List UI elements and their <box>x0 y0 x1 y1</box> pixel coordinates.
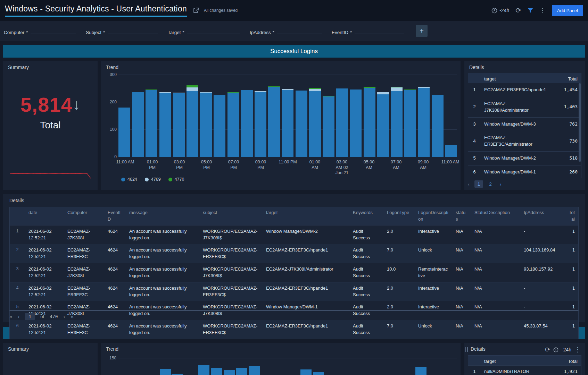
prev-page-icon[interactable]: ‹ <box>468 181 470 187</box>
page-button-2[interactable]: 2 <box>486 180 495 188</box>
legend-dot-icon <box>121 178 125 181</box>
refresh-icon[interactable]: ⟳ <box>515 7 521 14</box>
trend-bar[interactable] <box>198 365 209 375</box>
filter-input-eventid[interactable] <box>355 27 404 34</box>
table-row[interactable]: 2EC2AMAZ-J7K308I/Administrator1,403 <box>468 97 581 117</box>
table-row[interactable]: 6Window Manager/DWM-1260 <box>468 165 581 178</box>
filter-icon[interactable] <box>528 8 533 13</box>
trend-bar[interactable] <box>211 368 222 375</box>
legend-item-4770[interactable]: 4770 <box>168 177 184 182</box>
trend-bar[interactable] <box>159 92 171 157</box>
column-header-IpAddress[interactable]: IpAddress <box>520 207 565 225</box>
cell-subject: WORKGROUP/EC2AMAZ-ER3EF3C$ <box>199 282 263 301</box>
column-header-Total[interactable]: Total <box>565 207 578 225</box>
table-row[interactable]: 4EC2AMAZ-ER3EF3C/Administrator730 <box>468 131 581 151</box>
panel-time-range-label[interactable]: -24h <box>562 347 571 352</box>
trend-bar[interactable] <box>282 89 293 157</box>
table-row[interactable]: 3Window Manager/DWM-3762 <box>468 117 581 131</box>
trend-bar[interactable] <box>415 367 426 375</box>
next-page-icon[interactable]: › <box>500 181 502 187</box>
table-row[interactable]: 5Window Manager/DWM-2518 <box>468 151 581 165</box>
add-panel-button[interactable]: Add Panel <box>552 5 583 16</box>
successful-details-panel: Details target Total 1EC2AMAZ-ER3EF3C/np… <box>464 61 585 190</box>
table-row[interactable]: 62021-06-02 12:52:21EC2AMAZ-ER3EF3C4624A… <box>10 320 578 339</box>
filter-input-ipaddress[interactable] <box>277 27 322 34</box>
trend-bar[interactable] <box>173 93 185 157</box>
trend-bar[interactable] <box>118 108 130 157</box>
trend-bar[interactable] <box>445 145 457 157</box>
next-page-icon[interactable]: › <box>64 314 65 319</box>
trend-bar[interactable] <box>132 92 144 157</box>
first-page-icon[interactable]: « <box>9 314 12 319</box>
column-header-LogonDescription[interactable]: LogonDescription <box>415 207 452 225</box>
cell-LogonDescription: Interactive <box>415 282 452 301</box>
filter-input-computer[interactable] <box>31 27 76 34</box>
trend-bar[interactable] <box>236 368 247 375</box>
more-options-icon[interactable]: ⋮ <box>574 346 581 353</box>
trend-bar[interactable] <box>300 369 312 375</box>
trend-bar[interactable] <box>350 90 362 157</box>
trend-bar[interactable] <box>336 88 348 157</box>
trend-bar[interactable] <box>323 96 334 157</box>
trend-bar[interactable] <box>391 87 403 157</box>
column-header-total[interactable]: Total <box>554 73 581 85</box>
refresh-icon[interactable]: ⟳ <box>545 346 550 353</box>
column-header-subject[interactable]: subject <box>199 207 263 225</box>
trend-bar[interactable] <box>214 95 225 157</box>
table-row[interactable]: 42021-06-02 12:52:21EC2AMAZ-ER3EF3C4624A… <box>10 282 578 301</box>
page-button-1[interactable]: 1 <box>474 180 483 188</box>
legend-item-4624[interactable]: 4624 <box>121 177 137 182</box>
trend-bar[interactable] <box>241 90 253 157</box>
trend-bar[interactable] <box>268 86 280 157</box>
time-range-control[interactable]: -24h <box>491 8 509 14</box>
column-header-status[interactable]: status <box>452 207 471 225</box>
column-header-date[interactable]: date <box>25 207 64 225</box>
last-page-icon[interactable]: » <box>71 314 74 319</box>
trend-bar[interactable] <box>255 91 266 157</box>
trend-bar[interactable] <box>146 90 157 157</box>
trend-bar[interactable] <box>200 92 212 157</box>
trend-bar[interactable] <box>364 87 375 157</box>
trend-bar[interactable] <box>377 92 389 157</box>
column-header-rownum[interactable] <box>10 207 25 225</box>
dashboard-title[interactable]: Windows - Security Analytics - User Auth… <box>5 4 187 17</box>
column-header-LogonType[interactable]: LogonType <box>383 207 415 225</box>
table-scrollbar[interactable] <box>579 83 581 162</box>
clock-icon[interactable] <box>553 347 558 352</box>
trend-bar[interactable] <box>418 87 430 157</box>
trend-bar[interactable] <box>404 90 416 157</box>
more-options-icon[interactable]: ⋮ <box>539 7 546 14</box>
table-row[interactable]: 1EC2AMAZ-ER3EF3C/npande11,454 <box>468 83 581 97</box>
add-filter-button[interactable]: + <box>416 25 428 37</box>
x-axis-label: 03:00PM <box>174 160 185 170</box>
legend-item-4769[interactable]: 4769 <box>145 177 161 182</box>
column-header-EventID[interactable]: EventID <box>104 207 126 225</box>
trend-bar[interactable] <box>309 88 321 157</box>
trend-bar[interactable] <box>227 92 239 157</box>
trend-bar[interactable] <box>432 95 444 157</box>
gridline <box>118 157 457 157</box>
table-row[interactable]: 32021-06-02 12:52:21EC2AMAZ-J7K308I4624A… <box>10 263 578 282</box>
prev-page-icon[interactable]: ‹ <box>18 314 19 319</box>
trend-bar[interactable] <box>313 372 324 375</box>
filter-input-subject[interactable] <box>108 27 158 34</box>
horizontal-scrollbar[interactable] <box>9 310 579 311</box>
trend-bar[interactable] <box>224 370 235 375</box>
trend-bar[interactable] <box>249 366 260 375</box>
column-header-Computer[interactable]: Computer <box>64 207 104 225</box>
trend-bar[interactable] <box>296 91 307 157</box>
current-page-field[interactable]: 1 <box>25 313 35 320</box>
trend-bar[interactable] <box>187 85 198 157</box>
trend-bar[interactable] <box>160 369 171 375</box>
share-icon[interactable] <box>193 8 199 13</box>
table-row[interactable]: 1null/ADMINISTRATOR1,921 <box>468 365 581 375</box>
column-header-StatusDescription[interactable]: StatusDescription <box>471 207 520 225</box>
table-row[interactable]: 12021-06-02 12:52:21EC2AMAZ-J7K308I4624A… <box>10 225 578 244</box>
column-header-message[interactable]: message <box>126 207 199 225</box>
column-header-Keywords[interactable]: Keywords <box>349 207 383 225</box>
column-header-target[interactable]: target <box>481 73 554 85</box>
drag-handle-icon[interactable] <box>465 347 468 352</box>
column-header-target[interactable]: target <box>263 207 349 225</box>
table-row[interactable]: 22021-06-02 12:52:21EC2AMAZ-ER3EF3C4624A… <box>10 244 578 263</box>
filter-input-target[interactable] <box>187 27 240 34</box>
